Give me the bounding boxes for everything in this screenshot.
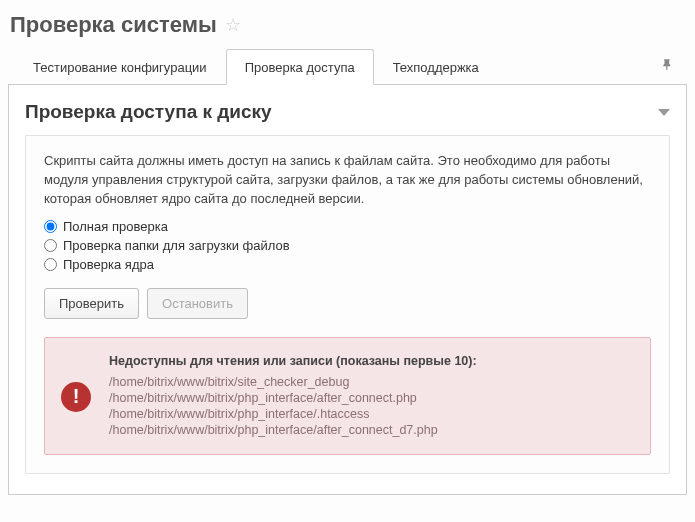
page-title: Проверка системы (10, 12, 217, 38)
radio-label[interactable]: Проверка ядра (63, 257, 154, 272)
radio-label[interactable]: Проверка папки для загрузки файлов (63, 238, 290, 253)
tabstrip: Тестирование конфигурации Проверка досту… (8, 48, 687, 85)
pin-icon[interactable] (661, 58, 681, 75)
description-text: Скрипты сайта должны иметь доступ на зап… (44, 152, 651, 209)
button-row: Проверить Остановить (44, 288, 651, 319)
error-path: /home/bitrix/www/bitrix/php_interface/af… (109, 390, 632, 406)
page-header: Проверка системы ☆ (8, 8, 687, 48)
radio-full-check[interactable] (44, 220, 57, 233)
error-path: /home/bitrix/www/bitrix/php_interface/af… (109, 422, 632, 438)
stop-button[interactable]: Остановить (147, 288, 248, 319)
tab-access-check[interactable]: Проверка доступа (226, 49, 374, 85)
check-button[interactable]: Проверить (44, 288, 139, 319)
tab-support[interactable]: Техподдержка (374, 49, 498, 84)
error-content: Недоступны для чтения или записи (показа… (109, 354, 632, 438)
check-form-box: Скрипты сайта должны иметь доступ на зап… (25, 135, 670, 474)
tab-testing-config[interactable]: Тестирование конфигурации (14, 49, 226, 84)
radio-core[interactable] (44, 258, 57, 271)
error-path: /home/bitrix/www/bitrix/php_interface/.h… (109, 406, 632, 422)
error-path: /home/bitrix/www/bitrix/site_checker_deb… (109, 374, 632, 390)
section-title: Проверка доступа к диску (25, 101, 272, 123)
radio-upload-folder[interactable] (44, 239, 57, 252)
error-title: Недоступны для чтения или записи (показа… (109, 354, 632, 368)
radio-label[interactable]: Полная проверка (63, 219, 168, 234)
option-core[interactable]: Проверка ядра (44, 255, 651, 274)
section-header: Проверка доступа к диску (25, 99, 670, 135)
option-upload-folder[interactable]: Проверка папки для загрузки файлов (44, 236, 651, 255)
option-full-check[interactable]: Полная проверка (44, 217, 651, 236)
error-box: ! Недоступны для чтения или записи (пока… (44, 337, 651, 455)
error-icon: ! (61, 382, 91, 412)
favorite-star-icon[interactable]: ☆ (225, 14, 241, 36)
chevron-down-icon[interactable] (658, 109, 670, 116)
main-panel: Проверка доступа к диску Скрипты сайта д… (8, 85, 687, 495)
